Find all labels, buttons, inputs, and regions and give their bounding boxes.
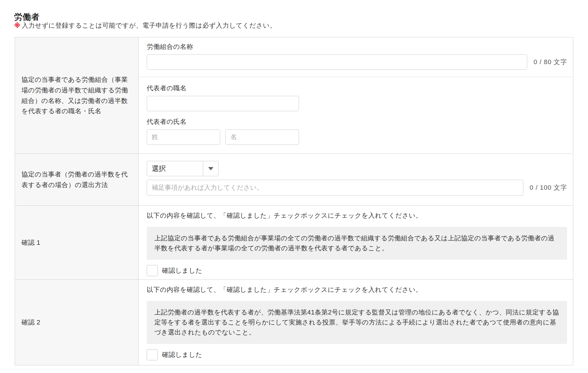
row-header-label: 協定の当事者（労働者の過半数を代表する者の場合）の選出方法 [21,169,132,190]
confirmation-2-statement: 上記労働者の過半数を代表する者が、労働基準法第41条第2号に規定する監督又は管理… [147,301,567,344]
row-header-selection-method: 協定の当事者（労働者の過半数を代表する者の場合）の選出方法 [15,154,138,205]
rep-first-name-input[interactable] [225,129,299,145]
selection-method-select-value: 選択 [147,161,203,176]
confirmation-1-checkbox[interactable] [147,265,158,276]
required-note-text: 入力せずに登録することは可能ですが、電子申請を行う際は必ず入力してください。 [22,22,276,29]
supplement-input[interactable] [147,180,523,196]
row-content-confirmation-1: 以下の内容を確認して、「確認しました」チェックボックスにチェックを入れてください… [138,206,573,279]
row-header-label: 確認 1 [21,237,40,248]
row-header-confirmation-2: 確認 2 [15,280,138,365]
row-content-confirmation-2: 以下の内容を確認して、「確認しました」チェックボックスにチェックを入れてください… [138,280,573,365]
rep-title-label: 代表者の職名 [147,84,567,92]
row-header-label: 確認 2 [21,317,40,328]
confirmation-2-intro: 以下の内容を確認して、「確認しました」チェックボックスにチェックを入れてください… [147,286,567,294]
worker-form-table: 協定の当事者である労働組合（事業場の労働者の過半数で組織する労働組合）の名称、又… [15,37,573,365]
union-name-input[interactable] [147,54,527,70]
rep-title-input-row [147,96,567,111]
confirmation-1-intro: 以下の内容を確認して、「確認しました」チェックボックスにチェックを入れてください… [147,212,567,220]
worker-section-page: 労働者 ※入力せずに登録することは可能ですが、電子申請を行う際は必ず入力してくだ… [0,0,588,373]
row-content-union-or-representative: 労働組合の名称 0 / 80 文字 代表者の職名 代表者の氏名 [138,37,573,154]
row-union-or-representative: 協定の当事者である労働組合（事業場の労働者の過半数で組織する労働組合）の名称、又… [15,37,573,154]
confirmation-1-checkbox-label[interactable]: 確認しました [162,266,202,275]
row-header-confirmation-1: 確認 1 [15,206,138,279]
supplement-input-row: 0 / 100 文字 [147,180,567,196]
row-content-selection-method: 選択 0 / 100 文字 [138,154,573,205]
union-name-char-counter: 0 / 80 文字 [534,58,567,66]
asterisk-marker-icon: ※ [14,22,22,29]
row-selection-method: 協定の当事者（労働者の過半数を代表する者の場合）の選出方法 選択 0 / 100… [15,154,573,206]
row-header-union-or-representative: 協定の当事者である労働組合（事業場の労働者の過半数で組織する労働組合）の名称、又… [15,37,138,154]
union-name-label: 労働組合の名称 [147,43,567,51]
union-name-input-row: 0 / 80 文字 [147,54,567,70]
union-name-subsection: 労働組合の名称 0 / 80 文字 [138,37,573,77]
row-header-label: 協定の当事者である労働組合（事業場の労働者の過半数で組織する労働組合）の名称、又… [21,74,132,116]
chevron-down-icon [203,161,218,176]
row-confirmation-1: 確認 1 以下の内容を確認して、「確認しました」チェックボックスにチェックを入れ… [15,206,573,280]
confirmation-2-check-row: 確認しました [147,349,567,360]
required-note: ※入力せずに登録することは可能ですが、電子申請を行う際は必ず入力してください。 [14,21,276,30]
confirmation-1-statement: 上記協定の当事者である労働組合が事業場の全ての労働者の過半数で組織する労働組合で… [147,227,567,260]
confirmation-2-checkbox-label[interactable]: 確認しました [162,350,202,359]
representative-subsection: 代表者の職名 代表者の氏名 [138,77,573,145]
confirmation-1-check-row: 確認しました [147,265,567,276]
supplement-char-counter: 0 / 100 文字 [530,183,567,192]
row-confirmation-2: 確認 2 以下の内容を確認して、「確認しました」チェックボックスにチェックを入れ… [15,280,573,365]
rep-title-input[interactable] [147,96,299,111]
rep-name-label: 代表者の氏名 [147,118,567,126]
selection-method-select[interactable]: 選択 [147,161,218,176]
rep-last-name-input[interactable] [147,129,220,145]
confirmation-2-checkbox[interactable] [147,349,158,360]
rep-name-input-row [147,129,567,145]
